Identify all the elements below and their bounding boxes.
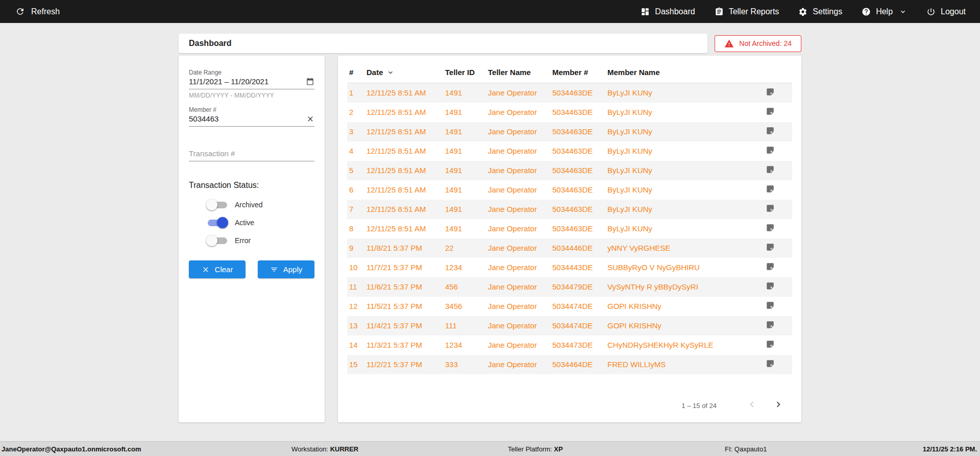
row-teller-name: Jane Operator: [486, 219, 550, 238]
row-date: 12/11/25 8:51 AM: [364, 83, 443, 103]
date-range-value: 11/1/2021 – 11/20/2021: [189, 77, 268, 86]
note-icon[interactable]: [762, 165, 775, 176]
row-date: 12/11/25 8:51 AM: [364, 122, 443, 141]
note-icon[interactable]: [762, 146, 775, 156]
clear-button[interactable]: Clear: [189, 260, 246, 278]
dashboard-icon: [641, 7, 650, 16]
footer-teller-platform: Teller Platform: XP: [508, 445, 563, 453]
note-icon[interactable]: [762, 87, 775, 98]
row-teller-name: Jane Operator: [486, 200, 550, 219]
row-teller-id: 22: [443, 238, 486, 258]
row-date: 11/2/21 5:37 PM: [364, 355, 443, 374]
note-icon[interactable]: [762, 262, 775, 273]
apply-button[interactable]: Apply: [258, 260, 314, 278]
table-row[interactable]: 2 12/11/25 8:51 AM 1491 Jane Operator 50…: [347, 103, 792, 122]
next-page-button[interactable]: [771, 397, 786, 414]
nav-dashboard-label: Dashboard: [655, 7, 695, 16]
row-member-name: CHyNDRySHEKHyR KySyRLE: [605, 335, 760, 355]
table-row[interactable]: 5 12/11/25 8:51 AM 1491 Jane Operator 50…: [347, 161, 792, 180]
row-member-number: 5034463DE: [550, 103, 605, 122]
row-number: 9: [347, 238, 364, 258]
table-row[interactable]: 3 12/11/25 8:51 AM 1491 Jane Operator 50…: [347, 122, 792, 141]
row-number: 4: [347, 141, 364, 161]
table-row[interactable]: 14 11/3/21 5:37 PM 1234 Jane Operator 50…: [347, 335, 792, 355]
row-member-name: GOPI KRISHNy: [605, 316, 760, 335]
row-note-cell: [760, 277, 792, 297]
table-row[interactable]: 8 12/11/25 8:51 AM 1491 Jane Operator 50…: [347, 219, 792, 238]
pagination-info: 1 – 15 of 24: [681, 402, 717, 410]
row-member-number: 5034474DE: [550, 316, 605, 335]
report-icon: [715, 7, 724, 16]
row-date: 11/4/21 5:37 PM: [364, 316, 443, 335]
row-member-number: 5034479DE: [550, 277, 605, 297]
row-note-cell: [760, 122, 792, 141]
row-member-name: ByLyJI KUNy: [605, 219, 760, 238]
nav-help[interactable]: Help: [862, 7, 907, 16]
member-number-value: 5034463: [189, 114, 218, 123]
top-nav: Dashboard Teller Reports Settings Help: [641, 7, 966, 16]
toggle-active[interactable]: Active: [206, 217, 314, 228]
sort-desc-icon[interactable]: [386, 68, 395, 77]
transaction-number-input[interactable]: Transaction #: [189, 149, 314, 161]
row-member-name: ByLyJI KUNy: [605, 180, 760, 200]
row-note-cell: [760, 355, 792, 374]
row-date: 12/11/25 8:51 AM: [364, 180, 443, 200]
pagination: 1 – 15 of 24: [681, 397, 786, 414]
row-note-cell: [760, 161, 792, 180]
row-teller-id: 1491: [443, 141, 486, 161]
row-number: 5: [347, 161, 364, 180]
row-teller-id: 3456: [443, 297, 486, 316]
nav-teller-reports[interactable]: Teller Reports: [715, 7, 779, 16]
note-icon[interactable]: [762, 184, 775, 195]
note-icon[interactable]: [762, 243, 775, 253]
note-icon[interactable]: [762, 359, 775, 370]
nav-settings[interactable]: Settings: [798, 7, 842, 16]
toggle-archived[interactable]: Archived: [206, 199, 314, 210]
not-archived-badge[interactable]: Not Archived: 24: [715, 35, 801, 52]
row-member-number: 5034473DE: [550, 335, 605, 355]
row-teller-id: 1491: [443, 122, 486, 141]
table-row[interactable]: 10 11/7/21 5:37 PM 1234 Jane Operator 50…: [347, 258, 792, 277]
table-row[interactable]: 4 12/11/25 8:51 AM 1491 Jane Operator 50…: [347, 141, 792, 161]
col-date[interactable]: Date: [364, 64, 443, 83]
warning-icon: [724, 39, 734, 49]
note-icon[interactable]: [762, 340, 775, 350]
calendar-icon[interactable]: [306, 77, 314, 86]
refresh-button[interactable]: Refresh: [15, 7, 60, 16]
nav-logout[interactable]: Logout: [926, 7, 966, 16]
table-row[interactable]: 7 12/11/25 8:51 AM 1491 Jane Operator 50…: [347, 200, 792, 219]
row-teller-name: Jane Operator: [486, 141, 550, 161]
toggle-error[interactable]: Error: [206, 235, 314, 246]
note-icon[interactable]: [762, 223, 775, 234]
table-row[interactable]: 1 12/11/25 8:51 AM 1491 Jane Operator 50…: [347, 83, 792, 103]
note-icon[interactable]: [762, 301, 775, 311]
clear-member-icon[interactable]: [306, 115, 314, 123]
table-row[interactable]: 12 11/5/21 5:37 PM 3456 Jane Operator 50…: [347, 297, 792, 316]
col-teller-name: Teller Name: [486, 64, 550, 83]
toggle-active-label: Active: [235, 219, 254, 227]
status-bar: JaneOperator@Qaxpauto1.onmicrosoft.com W…: [0, 441, 980, 456]
prev-page-button[interactable]: [744, 397, 760, 414]
row-note-cell: [760, 141, 792, 161]
table-row[interactable]: 15 11/2/21 5:37 PM 333 Jane Operator 503…: [347, 355, 792, 374]
row-teller-name: Jane Operator: [486, 238, 550, 258]
table-row[interactable]: 9 11/8/21 5:37 PM 22 Jane Operator 50344…: [347, 238, 792, 258]
note-icon[interactable]: [762, 281, 775, 292]
nav-dashboard[interactable]: Dashboard: [641, 7, 695, 16]
row-teller-id: 1234: [443, 335, 486, 355]
not-archived-label: Not Archived: 24: [739, 39, 792, 47]
table-row[interactable]: 11 11/6/21 5:37 PM 456 Jane Operator 503…: [347, 277, 792, 297]
note-icon[interactable]: [762, 320, 775, 331]
table-row[interactable]: 6 12/11/25 8:51 AM 1491 Jane Operator 50…: [347, 180, 792, 200]
row-member-number: 5034446DE: [550, 238, 605, 258]
date-range-input[interactable]: 11/1/2021 – 11/20/2021: [189, 77, 314, 89]
note-icon[interactable]: [762, 204, 775, 214]
member-number-input[interactable]: 5034463: [189, 114, 314, 127]
note-icon[interactable]: [762, 107, 775, 117]
row-note-cell: [760, 316, 792, 335]
note-icon[interactable]: [762, 126, 775, 137]
table-row[interactable]: 13 11/4/21 5:37 PM 111 Jane Operator 503…: [347, 316, 792, 335]
row-teller-name: Jane Operator: [486, 316, 550, 335]
refresh-label: Refresh: [31, 7, 60, 16]
row-member-name: ByLyJI KUNy: [605, 161, 760, 180]
